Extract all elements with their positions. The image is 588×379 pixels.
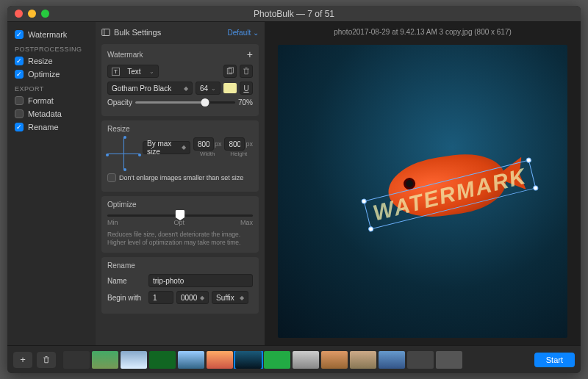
- resize-panel: Resize By max size ◆: [101, 120, 259, 192]
- thumbnail[interactable]: [350, 351, 376, 369]
- sidebar-item-format[interactable]: Format: [7, 94, 96, 107]
- height-input[interactable]: [224, 137, 245, 151]
- thumbnail-active[interactable]: [235, 351, 262, 369]
- svg-rect-0: [102, 29, 110, 36]
- add-photos-button[interactable]: +: [13, 352, 32, 368]
- app-window: PhotoBulk — 7 of 51 Watermark POSTPROCES…: [7, 6, 581, 373]
- width-input[interactable]: [193, 137, 214, 151]
- panel-title: Resize: [107, 125, 130, 133]
- opacity-value: 70%: [238, 98, 253, 107]
- thumbnail[interactable]: [92, 351, 118, 369]
- sidebar-label: Rename: [28, 123, 59, 131]
- settings-header: Bulk Settings Default ⌄: [101, 26, 259, 40]
- start-button[interactable]: Start: [534, 353, 575, 367]
- opacity-label: Opacity: [107, 98, 132, 107]
- sidebar-label: Resize: [28, 57, 53, 65]
- text-type-icon: T: [112, 68, 120, 76]
- minimize-window-button[interactable]: [28, 10, 36, 18]
- resize-guide-icon: [107, 137, 140, 170]
- resize-handle[interactable]: [533, 184, 539, 190]
- thumbnail[interactable]: [293, 351, 319, 369]
- settings-panel: Bulk Settings Default ⌄ Watermark + T Te…: [96, 22, 265, 345]
- thumbnail[interactable]: [264, 351, 290, 369]
- preview-pane: photo2017-08-29 at 9.42.13 AM 3 copy.jpg…: [265, 22, 581, 345]
- fullscreen-window-button[interactable]: [41, 10, 49, 18]
- metadata-checkbox[interactable]: [15, 109, 24, 118]
- chevron-down-icon: ◆: [184, 85, 188, 92]
- close-window-button[interactable]: [15, 10, 23, 18]
- resize-handle[interactable]: [526, 156, 531, 162]
- window-title: PhotoBulk — 7 of 51: [7, 9, 581, 19]
- sidebar-group-postprocessing: POSTPROCESSING: [7, 41, 96, 54]
- duplicate-watermark-button[interactable]: [223, 65, 237, 78]
- sidebar-item-resize[interactable]: Resize: [7, 54, 96, 68]
- begin-with-input[interactable]: [148, 291, 173, 304]
- trash-icon: [42, 355, 51, 364]
- settings-title: Bulk Settings: [114, 28, 161, 37]
- chevron-down-icon: ◆: [240, 295, 244, 301]
- titlebar: PhotoBulk — 7 of 51: [7, 6, 581, 22]
- thumbnail[interactable]: [207, 351, 233, 369]
- bottom-toolbar: + Start: [7, 345, 581, 373]
- sidebar-label: Format: [28, 96, 54, 105]
- underline-button[interactable]: U: [240, 82, 253, 95]
- thumbnail-strip[interactable]: [60, 351, 530, 369]
- traffic-lights: [7, 10, 49, 18]
- watermark-type-select[interactable]: T Text ⌄: [107, 65, 159, 78]
- preset-dropdown[interactable]: Default ⌄: [228, 29, 259, 37]
- dont-enlarge-label: Don't enlarge images smaller than set si…: [119, 174, 243, 181]
- optimize-panel: Optimize Min Opt Max Reduces file size, …: [101, 196, 259, 253]
- resize-checkbox[interactable]: [15, 57, 24, 65]
- thumbnail[interactable]: [121, 351, 147, 369]
- sidebar-toggle-icon[interactable]: [101, 28, 110, 37]
- chevron-down-icon: ⌄: [149, 68, 154, 75]
- begin-with-label: Begin with: [107, 294, 146, 302]
- resize-handle[interactable]: [361, 198, 367, 203]
- format-checkbox[interactable]: [15, 96, 24, 105]
- suffix-select[interactable]: Suffix◆: [212, 291, 248, 304]
- thumbnail[interactable]: [321, 351, 348, 369]
- thumbnail[interactable]: [178, 351, 204, 369]
- thumbnail[interactable]: [436, 351, 462, 369]
- font-select[interactable]: Gotham Pro Black ◆: [107, 82, 193, 95]
- chevron-down-icon: ⌄: [211, 85, 216, 92]
- watermark-checkbox[interactable]: [15, 30, 24, 39]
- chevron-down-icon: ⌄: [253, 29, 259, 37]
- opacity-slider[interactable]: [135, 101, 235, 104]
- preview-image[interactable]: WATERMARK: [278, 45, 567, 338]
- chevron-down-icon: ◆: [200, 295, 204, 301]
- rename-checkbox[interactable]: [15, 123, 24, 131]
- add-watermark-button[interactable]: +: [247, 48, 253, 60]
- preview-filename: photo2017-08-29 at 9.42.13 AM 3 copy.jpg…: [265, 22, 581, 42]
- panel-title: Rename: [107, 261, 135, 270]
- sidebar-item-metadata[interactable]: Metadata: [7, 107, 96, 120]
- name-label: Name: [107, 277, 146, 285]
- thumbnail[interactable]: [407, 351, 434, 369]
- thumbnail[interactable]: [63, 351, 90, 369]
- thumbnail[interactable]: [149, 351, 176, 369]
- optimize-slider[interactable]: [107, 214, 253, 217]
- color-swatch[interactable]: [223, 83, 237, 93]
- content: Watermark POSTPROCESSING Resize Optimize…: [7, 22, 581, 345]
- panel-title: Optimize: [107, 201, 136, 209]
- panel-title: Watermark: [107, 51, 143, 59]
- optimize-checkbox[interactable]: [15, 70, 24, 79]
- sidebar-item-optimize[interactable]: Optimize: [7, 68, 96, 81]
- digits-select[interactable]: 0000◆: [176, 291, 209, 304]
- rename-name-input[interactable]: [148, 274, 253, 287]
- font-size-input[interactable]: 64 ⌄: [196, 82, 220, 95]
- watermark-panel: Watermark + T Text ⌄: [101, 44, 259, 116]
- sidebar: Watermark POSTPROCESSING Resize Optimize…: [7, 22, 96, 345]
- delete-watermark-button[interactable]: [240, 65, 253, 78]
- resize-mode-select[interactable]: By max size ◆: [143, 141, 190, 154]
- delete-photos-button[interactable]: [37, 352, 56, 368]
- dont-enlarge-checkbox[interactable]: [107, 173, 116, 182]
- sidebar-group-export: EXPORT: [7, 81, 96, 94]
- sidebar-label: Watermark: [28, 30, 67, 39]
- chevron-down-icon: ◆: [182, 144, 186, 151]
- sidebar-item-watermark[interactable]: Watermark: [7, 28, 96, 41]
- thumbnail[interactable]: [379, 351, 405, 369]
- resize-handle[interactable]: [368, 225, 374, 231]
- sidebar-item-rename[interactable]: Rename: [7, 120, 96, 134]
- sidebar-label: Optimize: [28, 70, 60, 79]
